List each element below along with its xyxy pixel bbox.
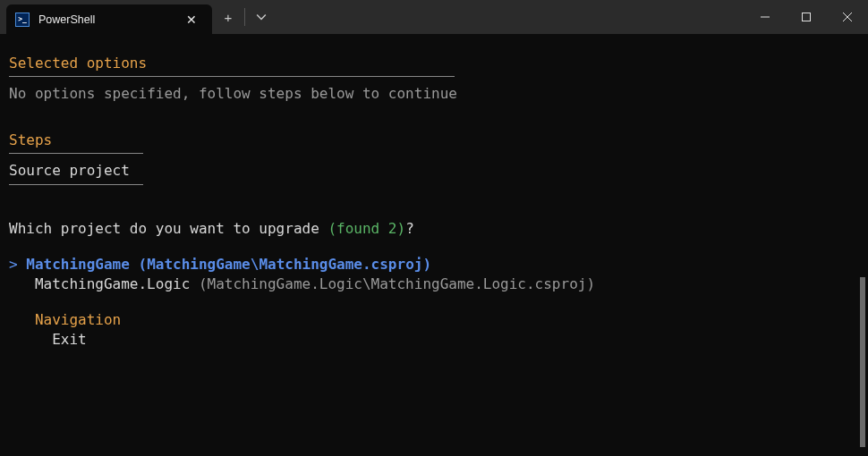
navigation-heading: Navigation (9, 310, 859, 330)
new-tab-button[interactable]: + (212, 0, 244, 34)
underline (9, 76, 455, 77)
current-step: Source project (9, 161, 859, 181)
window-controls (745, 0, 868, 34)
prompt-question: Which project do you want to upgrade (fo… (9, 219, 859, 239)
maximize-button[interactable] (786, 0, 827, 34)
project-name: MatchingGame.Logic (35, 275, 190, 292)
project-path: (MatchingGame\MatchingGame.csproj) (139, 255, 432, 274)
tab-actions: + (212, 0, 277, 34)
project-option-selected[interactable]: > MatchingGame (MatchingGame\MatchingGam… (9, 255, 859, 274)
tab-powershell[interactable]: PowerShell ✕ (6, 4, 212, 34)
close-tab-icon[interactable]: ✕ (183, 12, 200, 28)
titlebar: PowerShell ✕ + (0, 0, 868, 34)
project-name: MatchingGame (26, 255, 130, 274)
project-path: (MatchingGame.Logic\MatchingGame.Logic.c… (199, 275, 595, 292)
minimize-button[interactable] (745, 0, 786, 34)
steps-heading: Steps (9, 131, 859, 150)
prompt-found-count: (found 2) (328, 220, 405, 237)
selection-cursor: > (9, 255, 18, 274)
tab-dropdown-button[interactable] (245, 0, 277, 34)
underline (9, 184, 143, 185)
prompt-suffix: ? (405, 220, 414, 237)
scrollbar-thumb[interactable] (860, 277, 865, 447)
close-window-button[interactable] (827, 0, 868, 34)
project-option[interactable]: MatchingGame.Logic (MatchingGame.Logic\M… (9, 274, 859, 294)
selected-options-message: No options specified, follow steps below… (9, 84, 859, 104)
tab-title: PowerShell (38, 13, 174, 26)
prompt-prefix: Which project do you want to upgrade (9, 220, 328, 237)
powershell-icon (15, 13, 30, 27)
navigation-exit[interactable]: Exit (9, 330, 859, 350)
selected-options-heading: Selected options (9, 54, 859, 73)
underline (9, 153, 143, 154)
terminal-content[interactable]: Selected options No options specified, f… (0, 34, 868, 359)
svg-rect-1 (803, 13, 811, 21)
